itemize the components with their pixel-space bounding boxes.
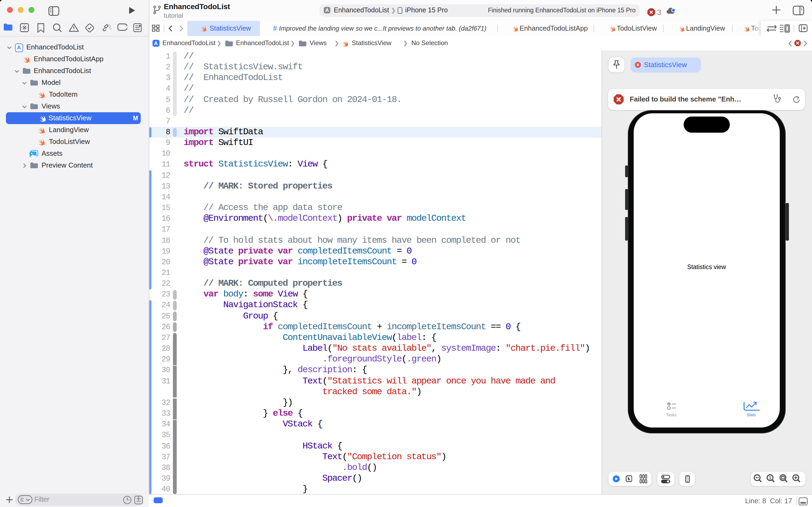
svg-text:1: 1	[769, 475, 771, 481]
